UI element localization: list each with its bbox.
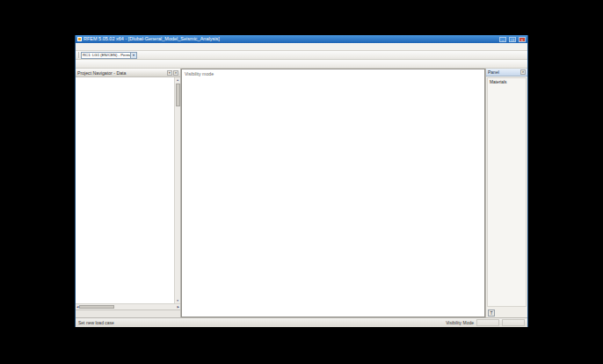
status-segment xyxy=(476,319,499,326)
toolbar-row-2 xyxy=(76,60,527,69)
scroll-thumb-horizontal[interactable] xyxy=(79,305,114,309)
navigator-pin-icon[interactable]: ▾ xyxy=(167,70,172,76)
navigator-title: Project Navigator - Data xyxy=(77,70,126,76)
panel-header: Panel ✕ xyxy=(486,69,527,76)
combo-dropdown-icon[interactable]: ▼ xyxy=(130,53,136,58)
load-case-combo[interactable]: RC1: LG1 (EN/CEN) - Permanent/Tra ▼ xyxy=(81,52,137,59)
scroll-right-icon[interactable]: ▶ xyxy=(178,305,179,309)
minimize-button[interactable]: – xyxy=(499,37,506,42)
status-bar: Set new load case Visibility Mode xyxy=(76,317,527,327)
close-button[interactable]: ✕ xyxy=(519,37,526,42)
tree-horizontal-scrollbar[interactable]: ◀ ▶ xyxy=(76,303,180,309)
panel-close-icon[interactable]: ✕ xyxy=(520,69,526,75)
status-segment xyxy=(502,319,525,326)
toolbar-separator xyxy=(78,52,79,58)
scroll-left-icon[interactable]: ◀ xyxy=(76,305,78,309)
title-bar[interactable]: RFEM 5.05.02 x64 - [Dlubal-General_Model… xyxy=(76,35,527,43)
maximize-button[interactable]: ❐ xyxy=(509,37,516,42)
status-message: Set new load case xyxy=(78,320,114,325)
project-navigator: Project Navigator - Data ▾ ✕ ▲ ▼ ◀ ▶ xyxy=(76,69,181,317)
app-icon xyxy=(77,37,82,41)
tree-vertical-scrollbar[interactable]: ▲ ▼ xyxy=(174,77,180,303)
status-mode-label: Visibility Mode xyxy=(446,320,474,325)
navigator-tabs xyxy=(76,309,180,317)
window-title: RFEM 5.05.02 x64 - [Dlubal-General_Model… xyxy=(84,35,497,43)
menu-bar xyxy=(76,43,527,51)
load-case-combo-value: RC1: LG1 (EN/CEN) - Permanent/Tra xyxy=(82,53,130,57)
panel-footer: T xyxy=(486,308,527,317)
panel-filter-button[interactable]: T xyxy=(488,309,495,317)
scroll-thumb[interactable] xyxy=(176,84,180,106)
main-area: Project Navigator - Data ▾ ✕ ▲ ▼ ◀ ▶ xyxy=(76,69,527,317)
control-panel: Panel ✕ Materials T xyxy=(485,69,527,317)
rfem-application-window: RFEM 5.05.02 x64 - [Dlubal-General_Model… xyxy=(75,35,528,327)
scroll-up-icon[interactable]: ▲ xyxy=(176,77,178,83)
toolbar-row-1: RC1: LG1 (EN/CEN) - Permanent/Tra ▼ xyxy=(76,51,527,60)
panel-title: Panel xyxy=(488,69,499,75)
navigator-tree xyxy=(76,77,174,303)
materials-legend-title: Materials xyxy=(490,80,524,84)
navigator-close-icon[interactable]: ✕ xyxy=(173,70,178,76)
navigator-header: Project Navigator - Data ▾ ✕ xyxy=(76,69,180,77)
viewport-mode-label: Visibility mode xyxy=(185,71,214,76)
panel-body: Materials xyxy=(487,77,527,307)
drawing-area[interactable]: Visibility mode xyxy=(181,69,485,317)
model-3d-view[interactable] xyxy=(182,69,484,317)
